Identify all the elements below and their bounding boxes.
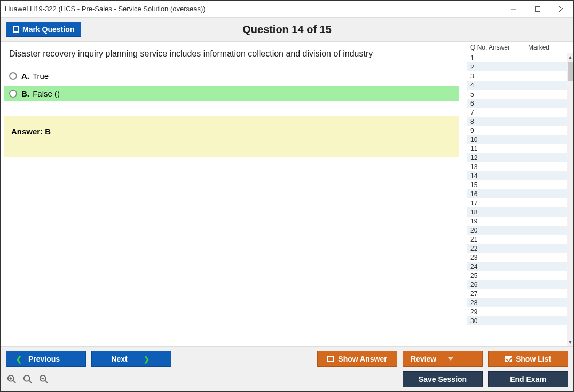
list-row[interactable]: 8: [467, 117, 567, 126]
list-row[interactable]: 14: [467, 171, 567, 180]
show-answer-button[interactable]: Show Answer: [317, 351, 397, 367]
chevron-left-icon: ❮: [16, 355, 22, 363]
show-list-label: Show List: [516, 355, 551, 363]
list-row[interactable]: 18: [467, 207, 567, 217]
next-label: Next: [111, 355, 127, 363]
list-row[interactable]: 11: [467, 144, 567, 153]
list-row-number: 4: [470, 82, 474, 89]
list-row-number: 28: [470, 299, 477, 307]
col-answer: Answer: [489, 44, 528, 51]
list-row-number: 17: [470, 199, 477, 207]
answer-label: Answer: B: [11, 127, 51, 136]
list-row-number: 30: [470, 317, 477, 325]
previous-button[interactable]: ❮ Previous: [6, 351, 86, 367]
option-a-text: True: [33, 71, 49, 81]
scroll-up-icon[interactable]: ▲: [567, 53, 573, 61]
list-row[interactable]: 20: [467, 226, 567, 235]
list-row[interactable]: 27: [467, 289, 567, 298]
answer-box: Answer: B: [4, 116, 459, 157]
list-row[interactable]: 6: [467, 99, 567, 108]
checkbox-icon: [13, 26, 19, 33]
previous-label: Previous: [28, 355, 60, 363]
list-row[interactable]: 28: [467, 298, 567, 307]
zoom-out-button[interactable]: [38, 373, 50, 385]
list-row[interactable]: 25: [467, 271, 567, 280]
next-button[interactable]: Next ❯: [91, 351, 171, 367]
review-label: Review: [411, 355, 436, 363]
option-b-label: B. False (): [21, 89, 60, 98]
main-area: Disaster recovery inquiry planning servi…: [1, 42, 573, 346]
list-row[interactable]: 22: [467, 244, 567, 253]
list-row[interactable]: 29: [467, 307, 567, 316]
list-row[interactable]: 2: [467, 62, 567, 71]
zoom-in-button[interactable]: [6, 373, 18, 385]
header: Mark Question Question 14 of 15: [1, 18, 573, 42]
list-row-number: 24: [470, 263, 477, 270]
maximize-button[interactable]: [525, 1, 549, 17]
list-row-number: 15: [470, 181, 477, 189]
save-session-button[interactable]: Save Session: [403, 371, 483, 387]
close-button[interactable]: [549, 1, 573, 17]
checkbox-checked-icon: [505, 356, 512, 362]
list-row[interactable]: 7: [467, 108, 567, 117]
list-row-number: 1: [470, 54, 474, 62]
option-b-text: False (): [33, 89, 60, 98]
list-row-number: 9: [470, 127, 474, 134]
window-controls: [501, 1, 573, 17]
minimize-button[interactable]: [501, 1, 525, 17]
radio-icon: [9, 90, 17, 98]
option-b-letter: B.: [21, 89, 29, 98]
end-exam-button[interactable]: End Exam: [488, 371, 568, 387]
list-row-number: 26: [470, 281, 477, 289]
svg-point-8: [24, 375, 30, 381]
list-row-number: 5: [470, 91, 474, 98]
list-row-number: 10: [470, 136, 477, 143]
question-counter: Question 14 of 15: [242, 23, 332, 36]
list-row[interactable]: 24: [467, 262, 567, 271]
zoom-controls: [6, 373, 50, 385]
scrollbar[interactable]: ▲ ▼: [567, 53, 573, 346]
mark-question-button[interactable]: Mark Question: [6, 22, 81, 37]
list-row[interactable]: 9: [467, 126, 567, 135]
list-row-number: 23: [470, 254, 477, 261]
question-list-pane: Q No. Answer Marked 12345678910111213141…: [467, 42, 573, 346]
list-row[interactable]: 4: [467, 81, 567, 90]
option-a[interactable]: A. True: [4, 68, 459, 84]
list-row-number: 21: [470, 236, 477, 243]
list-row[interactable]: 5: [467, 90, 567, 99]
zoom-reset-button[interactable]: [22, 373, 34, 385]
list-row[interactable]: 13: [467, 162, 567, 171]
scroll-thumb[interactable]: [568, 62, 573, 81]
checkbox-icon: [327, 356, 334, 362]
list-row[interactable]: 30: [467, 316, 567, 325]
list-row[interactable]: 17: [467, 198, 567, 207]
option-b[interactable]: B. False (): [4, 86, 459, 101]
list-row[interactable]: 26: [467, 280, 567, 289]
list-row[interactable]: 1: [467, 53, 567, 62]
show-list-button[interactable]: Show List: [488, 351, 568, 367]
list-row-number: 12: [470, 154, 477, 162]
footer-row-1: ❮ Previous Next ❯ Show Answer Review Sho…: [6, 351, 568, 367]
list-row[interactable]: 12: [467, 153, 567, 162]
list-row[interactable]: 21: [467, 235, 567, 244]
list-row[interactable]: 23: [467, 253, 567, 262]
list-row[interactable]: 16: [467, 189, 567, 198]
list-row-number: 25: [470, 272, 477, 279]
list-row-number: 22: [470, 245, 477, 252]
list-row-number: 18: [470, 209, 477, 216]
list-row[interactable]: 19: [467, 217, 567, 226]
list-row-number: 7: [470, 109, 474, 116]
scroll-down-icon[interactable]: ▼: [567, 339, 573, 346]
list-row[interactable]: 3: [467, 71, 567, 81]
list-row-number: 8: [470, 118, 474, 125]
review-dropdown[interactable]: Review: [403, 351, 483, 367]
app-window: Huawei H19-322 (HCS - Pre-Sales - Servic…: [0, 0, 574, 392]
radio-icon: [9, 72, 17, 80]
window-title: Huawei H19-322 (HCS - Pre-Sales - Servic…: [5, 5, 206, 13]
list-row[interactable]: 10: [467, 135, 567, 144]
list-row[interactable]: 15: [467, 180, 567, 189]
svg-rect-1: [535, 6, 540, 11]
list-row-number: 16: [470, 190, 477, 198]
list-row-number: 13: [470, 163, 477, 171]
list-row-number: 20: [470, 227, 477, 234]
